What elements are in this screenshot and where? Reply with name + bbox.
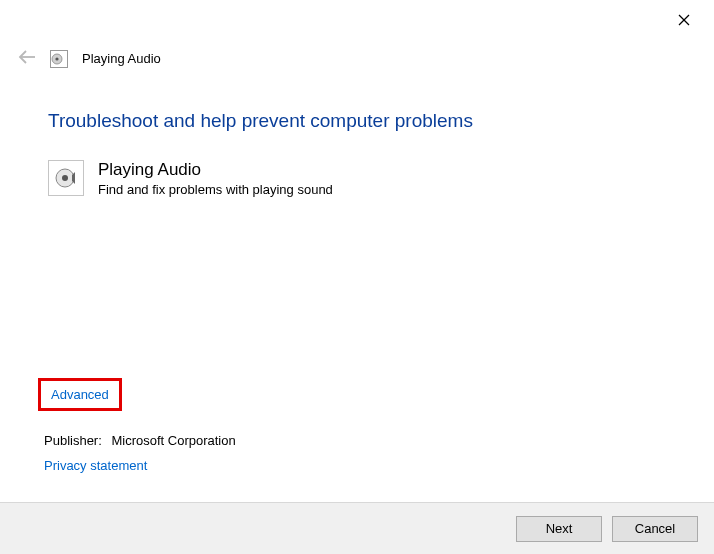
advanced-link[interactable]: Advanced	[51, 387, 109, 402]
troubleshooter-title: Playing Audio	[98, 160, 333, 180]
cancel-button[interactable]: Cancel	[612, 516, 698, 542]
advanced-highlight-box: Advanced	[38, 378, 122, 411]
close-icon	[678, 14, 690, 26]
svg-point-7	[62, 175, 68, 181]
main-content: Troubleshoot and help prevent computer p…	[48, 110, 666, 197]
publisher-name: Microsoft Corporation	[111, 433, 235, 448]
page-heading: Troubleshoot and help prevent computer p…	[48, 110, 666, 132]
publisher-label: Publisher:	[44, 433, 102, 448]
svg-point-5	[55, 57, 58, 60]
publisher-row: Publisher: Microsoft Corporation	[44, 433, 666, 448]
close-button[interactable]	[674, 10, 694, 30]
playing-audio-icon	[48, 160, 84, 196]
window-title: Playing Audio	[82, 51, 161, 66]
dialog-footer: Next Cancel	[0, 502, 714, 554]
troubleshooter-text: Playing Audio Find and fix problems with…	[98, 160, 333, 197]
back-arrow-icon	[18, 48, 36, 69]
lower-panel: Advanced Publisher: Microsoft Corporatio…	[44, 378, 666, 473]
troubleshooter-item: Playing Audio Find and fix problems with…	[48, 160, 666, 197]
troubleshooter-description: Find and fix problems with playing sound	[98, 182, 333, 197]
window-header: Playing Audio	[18, 48, 161, 69]
privacy-statement-link[interactable]: Privacy statement	[44, 458, 147, 473]
next-button[interactable]: Next	[516, 516, 602, 542]
troubleshooter-header-icon	[50, 50, 68, 68]
